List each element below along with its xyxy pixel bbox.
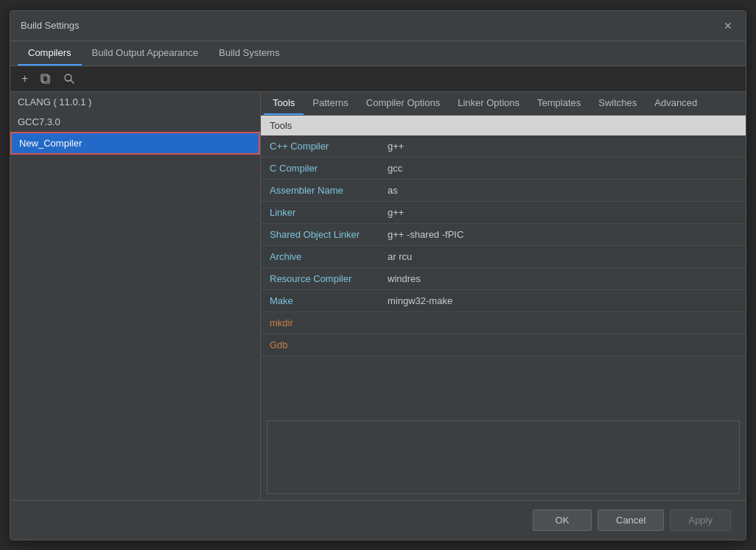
close-button[interactable]: ✕ — [721, 18, 735, 33]
table-row[interactable]: Archive ar rcu — [261, 245, 746, 267]
toolbar: + — [10, 66, 746, 92]
tab-templates[interactable]: Templates — [528, 92, 589, 115]
compiler-list: CLANG ( 11.0.1 ) GCC7.3.0 New_Compiler — [10, 92, 261, 500]
tab-switches[interactable]: Switches — [589, 92, 645, 115]
tool-value — [379, 311, 746, 334]
table-row[interactable]: Make mingw32-make — [261, 289, 746, 311]
tool-value: g++ — [379, 201, 746, 223]
tab-patterns[interactable]: Patterns — [304, 92, 357, 115]
tool-value: ar rcu — [379, 245, 746, 267]
table-row[interactable]: mkdir — [261, 311, 746, 334]
table-row[interactable]: Resource Compiler windres — [261, 267, 746, 289]
search-compiler-button[interactable] — [60, 71, 79, 86]
compiler-item-new[interactable]: New_Compiler — [10, 132, 260, 155]
table-row[interactable]: Linker g++ — [261, 201, 746, 223]
tool-value: g++ — [379, 135, 746, 158]
tool-label: Archive — [261, 245, 379, 267]
tool-label: Shared Object Linker — [261, 223, 379, 245]
tool-label: Resource Compiler — [261, 267, 379, 289]
table-row[interactable]: Shared Object Linker g++ -shared -fPIC — [261, 223, 746, 245]
tab-compilers[interactable]: Compilers — [18, 41, 82, 66]
bottom-bar: OK Cancel Apply — [10, 500, 746, 540]
tool-value: g++ -shared -fPIC — [379, 223, 746, 245]
tab-linker-options[interactable]: Linker Options — [449, 92, 528, 115]
copy-compiler-button[interactable] — [36, 71, 55, 86]
tab-build-output-appearance[interactable]: Build Output Appearance — [82, 41, 209, 66]
title-bar: Build Settings ✕ — [10, 11, 746, 41]
tab-advanced[interactable]: Advanced — [645, 92, 706, 115]
tool-value: windres — [379, 267, 746, 289]
tools-table: C++ Compiler g++ C Compiler gcc Assemble… — [261, 135, 746, 356]
compiler-item-gcc[interactable]: GCC7.3.0 — [10, 112, 260, 132]
tool-label: mkdir — [261, 311, 379, 334]
table-row[interactable]: C Compiler gcc — [261, 157, 746, 179]
tools-content: Tools C++ Compiler g++ C Compiler gcc As… — [261, 116, 746, 415]
table-row[interactable]: C++ Compiler g++ — [261, 135, 746, 158]
tool-label: C Compiler — [261, 157, 379, 179]
compiler-item-clang[interactable]: CLANG ( 11.0.1 ) — [10, 92, 260, 112]
tool-label: C++ Compiler — [261, 135, 379, 158]
description-area — [267, 420, 740, 494]
cancel-button[interactable]: Cancel — [598, 510, 664, 531]
tool-value: gcc — [379, 157, 746, 179]
tool-value — [379, 334, 746, 356]
build-settings-dialog: Build Settings ✕ Compilers Build Output … — [10, 10, 746, 540]
inner-tabs-bar: Tools Patterns Compiler Options Linker O… — [261, 92, 746, 116]
tab-build-systems[interactable]: Build Systems — [209, 41, 290, 66]
content-area: CLANG ( 11.0.1 ) GCC7.3.0 New_Compiler T… — [10, 92, 746, 500]
tab-tools[interactable]: Tools — [264, 92, 304, 115]
tool-label: Linker — [261, 201, 379, 223]
apply-button[interactable]: Apply — [670, 510, 731, 531]
dialog-title: Build Settings — [21, 20, 80, 31]
add-compiler-button[interactable]: + — [18, 71, 32, 87]
tool-label: Make — [261, 289, 379, 311]
ok-button[interactable]: OK — [533, 510, 592, 531]
svg-line-3 — [71, 80, 74, 83]
tool-value: as — [379, 179, 746, 201]
table-row[interactable]: Gdb — [261, 334, 746, 356]
table-row[interactable]: Assembler Name as — [261, 179, 746, 201]
tab-compiler-options[interactable]: Compiler Options — [357, 92, 449, 115]
tool-label: Assembler Name — [261, 179, 379, 201]
tool-value: mingw32-make — [379, 289, 746, 311]
right-panel: Tools Patterns Compiler Options Linker O… — [261, 92, 746, 500]
tool-label: Gdb — [261, 334, 379, 356]
tools-section-header: Tools — [261, 116, 746, 135]
main-tabs-bar: Compilers Build Output Appearance Build … — [10, 41, 746, 66]
